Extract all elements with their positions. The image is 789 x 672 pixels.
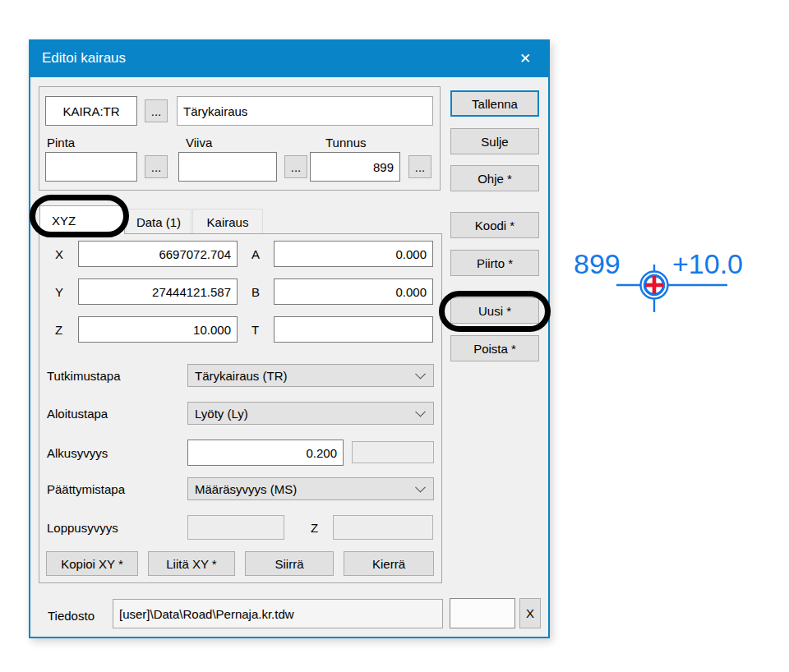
aloitustapa-select[interactable]: Lyöty (Ly) (187, 402, 434, 425)
tutkimustapa-label: Tutkimustapa (47, 364, 120, 387)
dialog-title: Editoi kairaus (42, 39, 126, 77)
viiva-input[interactable] (178, 152, 277, 182)
koodi-button[interactable]: Koodi * (450, 212, 539, 238)
code-input[interactable]: KAIRA:TR (45, 96, 137, 126)
tab-data[interactable]: Data (1) (126, 209, 191, 234)
viiva-label: Viiva (186, 134, 212, 150)
loppusyvyys-label: Loppusyvyys (47, 515, 118, 540)
chevron-down-icon (415, 482, 426, 493)
footer-aux-field (450, 598, 515, 628)
tutkimustapa-select[interactable]: Tärykairaus (TR) (187, 364, 434, 387)
coord-z-input[interactable]: 10.000 (78, 316, 238, 343)
coord-x-label: X (55, 241, 63, 267)
pinta-label: Pinta (47, 134, 75, 150)
kierra-button[interactable]: Kierrä (344, 551, 434, 576)
paattymistapa-select[interactable]: Määräsyvyys (MS) (187, 477, 434, 500)
aloitustapa-value: Lyöty (Ly) (195, 407, 248, 421)
code-name-display: Tärykairaus (177, 96, 433, 126)
pinta-browse-button[interactable]: ... (145, 155, 168, 178)
tunnus-label: Tunnus (325, 134, 366, 150)
poista-button[interactable]: Poista * (450, 335, 539, 361)
ohje-button[interactable]: Ohje * (450, 165, 539, 191)
tunnus-input[interactable]: 899 (310, 152, 400, 182)
viiva-browse-button[interactable]: ... (284, 155, 307, 178)
sulje-button[interactable]: Sulje (450, 128, 539, 154)
coord-b-label: B (251, 278, 260, 305)
alkusyvyys-aux-field (352, 441, 434, 463)
alkusyvyys-label: Alkusyvyys (47, 440, 108, 466)
paattymistapa-label: Päättymistapa (47, 477, 125, 500)
kopioi-xy-button[interactable]: Kopioi XY * (46, 551, 138, 576)
coord-a-label: A (251, 241, 260, 267)
coord-y-input[interactable]: 27444121.587 (78, 278, 238, 305)
drill-point-symbol[interactable] (604, 246, 744, 329)
coord-b-input[interactable]: 0.000 (274, 278, 433, 305)
tallenna-button[interactable]: Tallenna (450, 90, 539, 117)
loppusyvyys-z-label: Z (311, 515, 318, 540)
aloitustapa-label: Aloitustapa (47, 402, 108, 425)
file-clear-button[interactable]: X (519, 598, 541, 628)
tab-xyz[interactable]: XYZ (39, 205, 125, 234)
pinta-input[interactable] (45, 152, 137, 182)
tutkimustapa-value: Tärykairaus (TR) (195, 369, 288, 383)
tunnus-browse-button[interactable]: ... (408, 155, 431, 178)
tiedosto-label: Tiedosto (48, 606, 95, 624)
coord-t-label: T (251, 316, 259, 343)
coord-a-input[interactable]: 0.000 (274, 241, 433, 267)
file-path-field[interactable]: [user]\Data\Road\Pernaja.kr.tdw (113, 599, 443, 628)
coord-x-input[interactable]: 6697072.704 (78, 241, 238, 267)
edit-drilling-dialog: Editoi kairaus ✕ KAIRA:TR ... Tärykairau… (29, 39, 550, 638)
chevron-down-icon (415, 369, 426, 380)
code-browse-button[interactable]: ... (145, 99, 168, 122)
tab-kairaus[interactable]: Kairaus (192, 209, 263, 234)
loppusyvyys-z-field (333, 515, 433, 540)
siirra-button[interactable]: Siirrä (245, 551, 334, 576)
uusi-button[interactable]: Uusi * (450, 297, 539, 324)
close-icon[interactable]: ✕ (509, 39, 542, 77)
coord-y-label: Y (55, 278, 63, 305)
alkusyvyys-input[interactable]: 0.200 (187, 440, 344, 466)
loppusyvyys-field (187, 515, 284, 540)
coord-z-label: Z (55, 316, 62, 343)
chevron-down-icon (415, 407, 426, 417)
piirto-button[interactable]: Piirto * (450, 250, 539, 276)
crosshair-icon (604, 246, 744, 329)
paattymistapa-value: Määräsyvyys (MS) (195, 482, 297, 496)
screen: Editoi kairaus ✕ KAIRA:TR ... Tärykairau… (0, 0, 789, 672)
titlebar[interactable]: Editoi kairaus ✕ (29, 39, 550, 77)
coord-t-input[interactable] (274, 316, 433, 343)
liita-xy-button[interactable]: Liitä XY * (148, 551, 235, 576)
